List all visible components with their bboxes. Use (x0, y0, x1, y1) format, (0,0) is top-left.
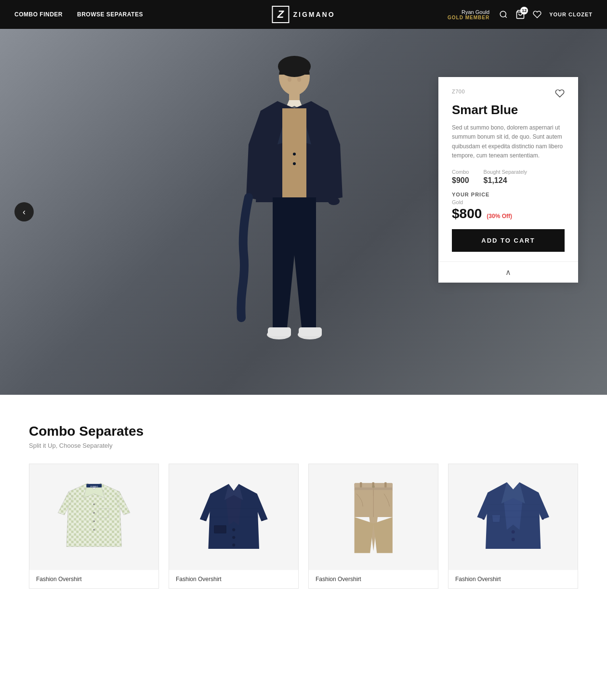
svg-point-32 (204, 519, 206, 521)
user-tier: GOLD MEMBER (448, 15, 489, 20)
header-nav-left: COMBO FINDER BROWSE SEPARATES (14, 11, 143, 18)
svg-point-47 (541, 518, 543, 519)
svg-point-30 (232, 544, 235, 546)
add-to-cart-button[interactable]: ADD TO CART (452, 229, 565, 252)
combo-price: $900 (452, 176, 469, 184)
your-clozet-link[interactable]: YOUR CLOZET (549, 12, 593, 17)
header-logo: Z ZIGMANO (272, 6, 335, 23)
header-right: Ryan Gould GOLD MEMBER 12 YOUR CLOZET (448, 9, 593, 20)
separates-grid: ZIGMANO Fashion Overshirt (29, 464, 578, 589)
product-sku: Z700 (452, 89, 465, 94)
nav-combo-finder[interactable]: COMBO FINDER (14, 11, 63, 18)
cart-badge: 12 (520, 7, 528, 14)
your-price-label: YOUR PRICE (452, 192, 565, 197)
separate-label: Bought Separately (484, 169, 528, 175)
user-name: Ryan Gould (462, 9, 489, 15)
svg-point-24 (93, 529, 95, 531)
svg-point-5 (288, 77, 291, 82)
separate-price-col: Bought Separately $1,124 (484, 169, 528, 185)
discount-badge: (30% Off) (487, 213, 512, 220)
product-card: Z700 Smart Blue Sed ut summo bono, dolor… (438, 77, 578, 283)
svg-rect-40 (384, 482, 386, 488)
separate-image-3 (309, 464, 438, 570)
prev-icon: ‹ (23, 207, 26, 217)
user-info: Ryan Gould GOLD MEMBER (448, 9, 489, 20)
model-figure (203, 48, 386, 385)
nav-browse-separates[interactable]: BROWSE SEPARATES (77, 11, 143, 18)
svg-point-16 (328, 197, 340, 205)
svg-rect-31 (214, 526, 226, 533)
svg-rect-38 (360, 482, 362, 488)
svg-point-6 (297, 77, 301, 82)
svg-point-29 (232, 536, 235, 539)
card-collapse-button[interactable]: ∧ (438, 261, 578, 283)
svg-rect-15 (299, 327, 322, 336)
svg-rect-9 (282, 108, 306, 205)
product-name: Smart Blue (452, 103, 565, 117)
separate-price: $1,124 (484, 176, 507, 184)
cart-button[interactable]: 12 (515, 10, 525, 19)
separate-label-2: Fashion Overshirt (169, 570, 298, 588)
product-description: Sed ut summo bono, dolorem aspernari ut … (452, 123, 565, 160)
logo-icon: Z (272, 6, 289, 23)
wishlist-header-button[interactable] (533, 10, 541, 19)
svg-rect-13 (268, 327, 291, 336)
price-comparison-row: Combo $900 Bought Separately $1,124 (452, 169, 565, 185)
your-price-value: $800 (452, 206, 482, 221)
tier-label: Gold (452, 199, 565, 205)
separate-label-3: Fashion Overshirt (309, 570, 438, 588)
separate-label-1: Fashion Overshirt (29, 570, 158, 588)
separate-item-2[interactable]: Fashion Overshirt (169, 464, 299, 589)
separates-section: Combo Separates Split it Up, Choose Sepa… (0, 395, 607, 608)
separates-title: Combo Separates (29, 424, 578, 439)
separate-image-1: ZIGMANO (29, 464, 158, 570)
separate-label-4: Fashion Overshirt (449, 570, 578, 588)
your-price-section: YOUR PRICE Gold $800 (30% Off) (452, 192, 565, 221)
svg-point-45 (511, 538, 515, 541)
svg-point-23 (93, 520, 95, 522)
separate-image-4 (449, 464, 578, 570)
svg-point-33 (262, 519, 264, 521)
combo-price-col: Combo $900 (452, 169, 469, 185)
svg-point-46 (482, 518, 484, 519)
separates-subtitle: Split it Up, Choose Separately (29, 442, 578, 449)
svg-point-42 (372, 485, 374, 488)
svg-point-10 (293, 153, 296, 156)
collapse-icon: ∧ (505, 268, 511, 276)
wishlist-button[interactable] (555, 89, 565, 100)
separate-item-1[interactable]: ZIGMANO Fashion Overshirt (29, 464, 159, 589)
svg-line-1 (505, 16, 507, 17)
svg-point-21 (93, 504, 95, 506)
search-button[interactable] (499, 10, 508, 19)
separate-image-2 (169, 464, 298, 570)
svg-point-0 (500, 11, 506, 17)
hero-section: ‹ Z700 Smart Blue Sed ut summo bono, dol… (0, 29, 607, 395)
separate-item-4[interactable]: Fashion Overshirt (448, 464, 578, 589)
svg-point-44 (511, 530, 515, 533)
combo-label: Combo (452, 169, 469, 175)
logo-wordmark: ZIGMANO (293, 11, 335, 18)
svg-point-22 (93, 512, 95, 514)
svg-point-28 (232, 528, 235, 531)
site-header: COMBO FINDER BROWSE SEPARATES Z ZIGMANO … (0, 0, 607, 29)
separate-item-3[interactable]: Fashion Overshirt (308, 464, 438, 589)
svg-point-11 (293, 162, 296, 165)
prev-button[interactable]: ‹ (14, 202, 34, 221)
svg-rect-25 (98, 508, 109, 518)
svg-text:ZIGMANO: ZIGMANO (90, 486, 98, 488)
